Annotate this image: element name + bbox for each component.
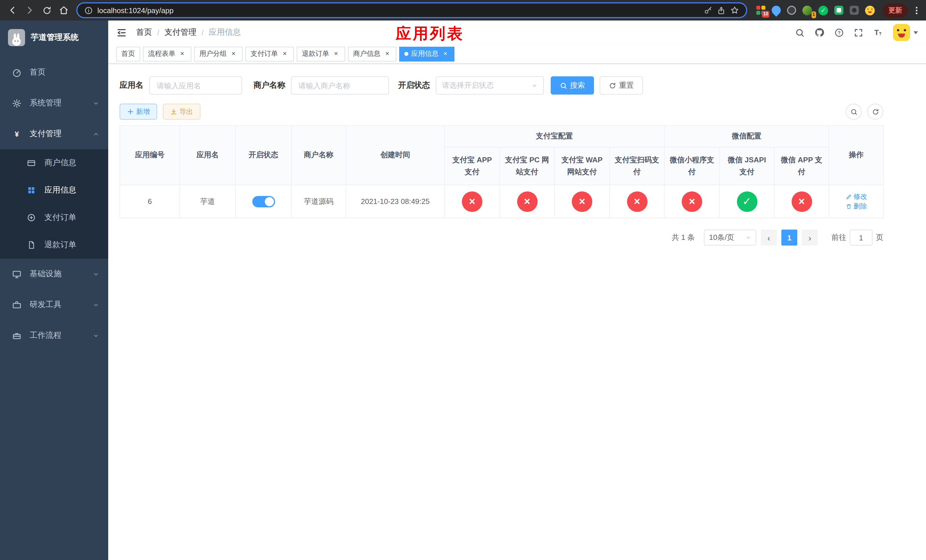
col-alipay-pc: 支付宝 PC 网站支付 [500,147,554,185]
col-merchant: 商户名称 [291,126,346,185]
sidebar-item-system[interactable]: 系统管理 [0,88,108,118]
group-wechat-config: 微信配置 [664,126,829,147]
sidebar-item-infrastructure[interactable]: 基础设施 [0,259,108,289]
avatar[interactable] [893,24,910,41]
reset-button[interactable]: 重置 [600,76,643,95]
browser-home-icon[interactable] [56,2,72,18]
merchant-name-input[interactable] [291,76,389,95]
content: 应用名 商户名称 开启状态 请选择开启状态 搜索 重置 [108,64,926,560]
workflow-icon [11,330,22,341]
extension-avatar-icon[interactable]: 1 [802,5,812,15]
extension-drop-icon[interactable] [772,6,781,15]
group-alipay-config: 支付宝配置 [445,126,664,147]
font-size-icon[interactable]: TT [873,27,883,38]
close-icon[interactable] [281,50,289,58]
sidebar-subitem-payment-order[interactable]: 支付订单 [0,204,108,231]
status-disabled-icon: × [682,191,702,212]
search-icon[interactable] [795,28,805,37]
user-menu[interactable] [893,24,918,41]
chevron-down-icon [531,82,538,89]
share-icon[interactable] [717,6,726,15]
col-app-name: 应用名 [180,126,236,185]
refresh-icon [609,82,616,89]
tab-home[interactable]: 首页 [116,47,140,61]
goto-page: 前往 页 [831,230,883,245]
chevron-up-icon [93,131,99,137]
main-area: 首页 支付管理 应用信息 应用列表 ? [108,21,926,560]
status-disabled-icon: × [627,191,647,212]
add-button[interactable]: 新增 [120,104,157,120]
refresh-table-button[interactable] [867,104,883,120]
browser-reload-icon[interactable] [39,2,54,18]
current-page-button[interactable]: 1 [781,230,797,245]
browser-menu-icon[interactable] [911,6,921,14]
breadcrumb-home[interactable]: 首页 [136,27,152,38]
extensions-area: 10 1 ✓ [756,5,875,15]
close-icon[interactable] [383,50,391,58]
sidebar-logo[interactable]: 芋道管理系统 [0,21,108,55]
sidebar-subitem-merchant-info[interactable]: 商户信息 [0,149,108,177]
app-name-input[interactable] [149,76,242,95]
browser-forward-icon[interactable] [22,2,38,18]
url-text[interactable]: localhost:1024/pay/app [97,6,173,15]
export-button[interactable]: 导出 [163,104,200,120]
sidebar-collapse-icon[interactable] [116,27,127,38]
chrome-update-button[interactable]: 更新 [883,3,908,17]
sidebar-item-payment[interactable]: ¥ 支付管理 [0,118,108,149]
page-size-select[interactable]: 10条/页 [704,230,756,245]
search-button[interactable]: 搜索 [551,76,594,95]
github-icon[interactable] [814,27,825,38]
chevron-down-icon [93,332,99,339]
extension-smiley-avatar[interactable] [865,5,875,15]
fullscreen-icon[interactable] [854,28,863,37]
help-icon[interactable]: ? [834,28,844,37]
extension-green-square-icon[interactable] [834,6,843,15]
svg-text:¥: ¥ [15,130,19,138]
edit-link[interactable]: 修改 [846,192,867,201]
extension-puzzle-icon[interactable] [850,6,859,15]
status-select[interactable]: 请选择开启状态 [436,76,544,95]
tab-refund-order[interactable]: 退款订单 [297,47,345,61]
total-count: 共 1 条 [672,232,695,243]
close-icon[interactable] [230,50,238,58]
sidebar-subitem-refund-order[interactable]: 退款订单 [0,231,108,259]
breadcrumb-payment[interactable]: 支付管理 [165,27,197,38]
close-icon[interactable] [178,50,186,58]
table-row: 6 芋道 芋道源码 2021-10-23 08:49:25 × × × × × … [120,185,884,218]
refresh-icon [872,108,879,115]
status-disabled-icon: × [462,191,483,212]
sidebar-subitem-app-info[interactable]: 应用信息 [0,177,108,204]
sidebar-item-home[interactable]: 首页 [0,57,108,88]
next-page-button[interactable] [802,230,818,245]
bookmark-star-icon[interactable] [730,6,739,15]
prev-page-button[interactable] [761,230,777,245]
close-icon[interactable] [441,50,449,58]
plus-icon [127,108,134,115]
close-icon[interactable] [332,50,340,58]
sidebar-item-workflow[interactable]: 工作流程 [0,320,108,351]
payment-submenu: 商户信息 应用信息 支付订单 [0,149,108,259]
tab-app-info[interactable]: 应用信息 [399,47,454,61]
tab-pay-order[interactable]: 支付订单 [245,47,294,61]
extension-dark-circle-icon[interactable] [787,6,796,15]
sidebar-item-label: 支付管理 [30,129,93,139]
tab-merchant-info[interactable]: 商户信息 [348,47,396,61]
tab-user-group[interactable]: 用户分组 [194,47,243,61]
delete-link[interactable]: 删除 [846,201,867,211]
sidebar-item-dev-tools[interactable]: 研发工具 [0,289,108,320]
tab-flow-form[interactable]: 流程表单 [143,47,191,61]
status-disabled-icon: × [517,191,537,212]
extension-check-icon[interactable]: ✓ [819,5,828,15]
sidebar-item-label: 首页 [30,67,99,77]
address-bar[interactable]: localhost:1024/pay/app [76,2,747,18]
chevron-down-icon [93,100,99,106]
chevron-down-icon [93,271,99,277]
browser-back-icon[interactable] [5,2,21,18]
show-search-button[interactable] [846,104,862,120]
password-key-icon[interactable] [704,6,713,15]
goto-page-input[interactable] [850,230,873,245]
site-info-icon[interactable] [84,6,93,15]
sidebar-item-label: 支付订单 [44,212,99,223]
status-toggle[interactable] [252,196,275,207]
extension-colorful-icon[interactable]: 10 [756,6,766,15]
